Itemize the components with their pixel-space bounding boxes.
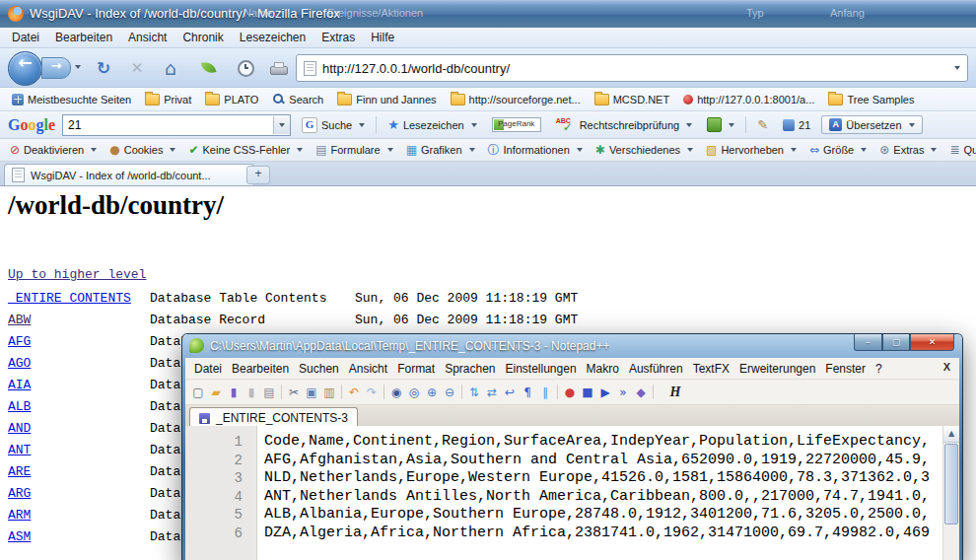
npp-menu-suchen[interactable]: Suchen	[294, 360, 344, 378]
bookmark-item[interactable]: Search	[266, 91, 329, 107]
url-bar[interactable]: http://127.0.0.1/world-db/country/	[296, 54, 968, 82]
bookmark-item[interactable]: Privat	[139, 92, 197, 107]
find-icon[interactable]: ◉	[387, 384, 405, 401]
back-button[interactable]	[8, 51, 42, 86]
dir-entry-link[interactable]: ANT	[8, 443, 31, 457]
paste-icon[interactable]: ▥	[320, 384, 338, 401]
spellcheck-button[interactable]: ABC✓ Rechtschreibprüfung	[552, 115, 697, 134]
npp-menu-ausführen[interactable]: Ausführen	[624, 360, 688, 378]
npp-menu-?[interactable]: ?	[871, 360, 887, 378]
bookmark-item[interactable]: PLATO	[199, 92, 264, 107]
history-button[interactable]	[233, 56, 258, 80]
editor[interactable]: 123456 Code,Name,Continent,Region,Surfac…	[185, 426, 959, 560]
dir-entry-link[interactable]: ARM	[8, 508, 31, 523]
dir-entry-link[interactable]: ARG	[8, 486, 31, 501]
autofill-button[interactable]	[703, 115, 738, 134]
print-button[interactable]	[266, 56, 292, 80]
record-macro-icon[interactable]: ●	[561, 384, 579, 401]
webdev-item[interactable]: ⇔Größe	[803, 142, 872, 158]
close-button[interactable]: ✕	[910, 334, 954, 351]
menu-item-chronik[interactable]: Chronik	[174, 29, 231, 46]
url-dropdown-caret-icon[interactable]	[954, 66, 960, 70]
webdev-item[interactable]: ▦Grafiken	[400, 142, 481, 158]
npp-menu-textfx[interactable]: TextFX	[688, 360, 734, 378]
home-button[interactable]	[158, 56, 183, 80]
npp-menu-bearbeiten[interactable]: Bearbeiten	[227, 360, 294, 378]
sync-vertical-icon[interactable]: ⇅	[465, 384, 483, 401]
dir-entry-link[interactable]: ABW	[8, 313, 31, 327]
save-icon[interactable]: ▮	[225, 384, 243, 401]
google-search-box[interactable]	[62, 114, 291, 136]
editor-text-area[interactable]: Code,Name,Continent,Region,SurfaceArea,I…	[264, 426, 942, 560]
run-multiple-icon[interactable]: »	[614, 384, 632, 401]
play-macro-icon[interactable]: ▶	[596, 384, 614, 401]
zoom-out-icon[interactable]: ⊖	[441, 384, 458, 401]
webdev-item[interactable]: ●Cookies	[104, 142, 181, 158]
edit-button[interactable]	[753, 116, 772, 133]
bookmark-item[interactable]: MCSD.NET	[589, 92, 675, 107]
webdev-item[interactable]: ▤Formulare	[310, 142, 398, 158]
npp-menu-einstellungen[interactable]: Einstellungen	[501, 360, 582, 378]
webdev-item[interactable]: ✱Verschiedenes	[590, 142, 699, 158]
pagerank-indicator[interactable]: PageRank	[488, 115, 545, 134]
dir-entry-link[interactable]: AFG	[8, 334, 31, 349]
menu-item-ansicht[interactable]: Ansicht	[120, 29, 174, 46]
document-tab[interactable]: _ENTIRE_CONTENTS-3	[189, 407, 358, 428]
vertical-scrollbar[interactable]	[942, 426, 959, 560]
stop-button[interactable]	[124, 56, 150, 80]
cut-icon[interactable]: ✂	[285, 384, 303, 401]
bookmark-item[interactable]: Meistbesuchte Seiten	[6, 92, 137, 107]
copy-icon[interactable]: ▣	[303, 384, 320, 401]
save-macro-icon[interactable]: ◆	[632, 384, 650, 401]
search-combo-button[interactable]	[273, 116, 290, 134]
new-file-icon[interactable]: ▢	[189, 384, 207, 401]
scrollbar-thumb[interactable]	[944, 444, 958, 525]
npp-menu-ansicht[interactable]: Ansicht	[344, 360, 392, 378]
print-icon[interactable]: ▤	[260, 384, 278, 401]
npp-menu-makro[interactable]: Makro	[582, 360, 624, 378]
word-wrap-icon[interactable]: ↩	[501, 384, 519, 401]
show-all-chars-icon[interactable]: ¶	[519, 384, 536, 401]
scroll-up-arrow[interactable]	[943, 426, 959, 443]
webdev-item[interactable]: ⓘInformationen	[482, 142, 589, 158]
maximize-button[interactable]: ▢	[882, 334, 910, 351]
quill-addon-button[interactable]	[195, 56, 221, 80]
open-folder-icon[interactable]: ▰	[207, 384, 225, 401]
menu-item-bearbeiten[interactable]: Bearbeiten	[47, 29, 120, 46]
history-dropdown-caret-icon[interactable]	[75, 65, 81, 69]
google-search-input[interactable]	[63, 117, 273, 133]
npp-menu-datei[interactable]: Datei	[189, 360, 227, 378]
webdev-item[interactable]: ≣Quelltext	[943, 142, 976, 158]
document-close-x-button[interactable]: X	[943, 361, 950, 373]
bookmark-item[interactable]: http://sourceforge.net...	[445, 92, 587, 107]
save-all-icon[interactable]: ▮	[243, 384, 260, 401]
translate-button[interactable]: Übersetzen	[821, 115, 922, 134]
firefox-titlebar[interactable]: WsgiDAV - Index of /world-db/country/ - …	[0, 0, 976, 29]
stop-macro-icon[interactable]: ■	[579, 384, 596, 401]
indent-guide-icon[interactable]: ∥	[536, 384, 554, 401]
npp-menu-format[interactable]: Format	[392, 360, 440, 378]
notepad-titlebar[interactable]: C:\Users\Martin\AppData\Local\Temp\_ENTI…	[182, 334, 962, 358]
zoom-in-icon[interactable]: ⊕	[423, 384, 441, 401]
dir-entry-link[interactable]: ALB	[8, 399, 31, 414]
new-tab-button[interactable]: +	[246, 166, 270, 184]
dir-entry-link[interactable]: ASM	[8, 529, 31, 544]
function-letter-icon[interactable]: H	[666, 384, 684, 401]
webdev-item[interactable]: ▧Hervorheben	[700, 142, 802, 158]
google-bookmarks-button[interactable]: Lesezeichen	[383, 116, 480, 133]
forward-button[interactable]	[41, 57, 71, 79]
dir-entry-link[interactable]: AIA	[8, 378, 31, 392]
bookmark-item[interactable]: Finn und Jannes	[331, 92, 442, 107]
npp-menu-sprachen[interactable]: Sprachen	[440, 360, 500, 378]
redo-icon[interactable]: ↷	[363, 384, 381, 401]
webdev-item[interactable]: ⊘Deaktivieren	[4, 142, 103, 158]
npp-menu-erweiterungen[interactable]: Erweiterungen	[734, 360, 820, 378]
minimize-button[interactable]: –	[854, 334, 882, 351]
browser-tab[interactable]: WsgiDAV - Index of /world-db/count...	[4, 164, 254, 185]
dir-entry-link[interactable]: ARE	[8, 464, 31, 479]
dir-entry-link[interactable]: AGO	[8, 356, 31, 371]
bookmark-item[interactable]: http://127.0.0.1:8001/a...	[677, 92, 820, 107]
google-search-button[interactable]: Suche	[298, 115, 369, 135]
sync-horizontal-icon[interactable]: ⇄	[483, 384, 501, 401]
menu-item-datei[interactable]: Datei	[4, 29, 47, 46]
